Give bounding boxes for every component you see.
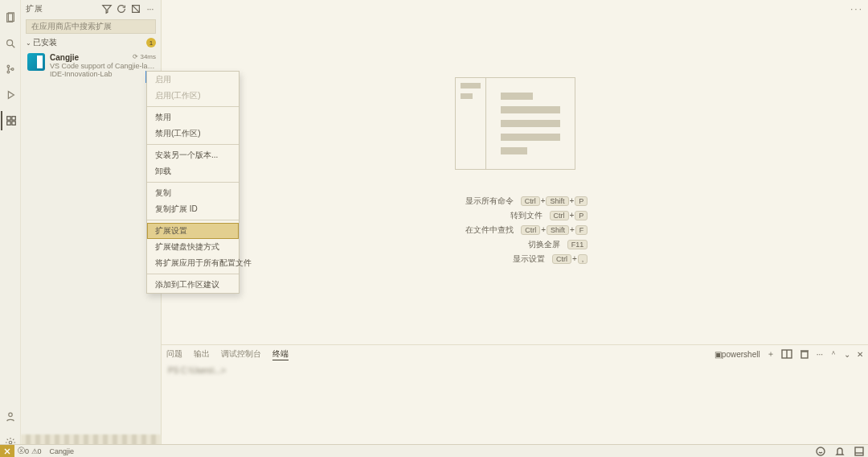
panel-more-icon[interactable]: ··· — [817, 350, 823, 359]
clear-icon[interactable] — [130, 3, 141, 14]
ctx-add-workspace-rec[interactable]: 添加到工作区建议 — [147, 277, 239, 293]
svg-line-15 — [133, 6, 140, 13]
shortcut-key: Ctrl — [550, 211, 569, 220]
filter-icon[interactable] — [101, 3, 113, 14]
sidebar-title: 扩展 — [26, 3, 98, 14]
tab-terminal[interactable]: 终端 — [272, 348, 289, 360]
ctx-apply-all-profiles[interactable]: 将扩展应用于所有配置文件 — [147, 255, 239, 271]
shortcut-key: Ctrl — [521, 196, 540, 206]
shortcut-key: F11 — [567, 240, 588, 249]
svg-point-2 — [6, 40, 12, 46]
shortcut-label: 显示所有命令 — [441, 196, 514, 207]
svg-rect-9 — [11, 117, 14, 120]
extensions-sidebar: 扩展 ··· 在应用商店中搜索扩展 ⌄ 已安装 1 Cangjie VS Cod… — [21, 0, 162, 457]
ctx-uninstall[interactable]: 卸载 — [147, 163, 239, 179]
panel-tabs: 问题 输出 调试控制台 终端 ▣ powershell ＋ ··· ＾ ⌄ ✕ — [162, 345, 868, 363]
app-root: 扩展 ··· 在应用商店中搜索扩展 ⌄ 已安装 1 Cangjie VS Cod… — [0, 0, 868, 457]
sidebar-header: 扩展 ··· — [21, 0, 161, 18]
installed-section[interactable]: ⌄ 已安装 1 — [21, 35, 161, 50]
shortcut-label: 切换全屏 — [488, 239, 560, 250]
svg-marker-7 — [8, 92, 14, 99]
shortcut-label: 显示设置 — [473, 253, 545, 265]
svg-rect-10 — [6, 121, 10, 125]
svg-point-12 — [8, 413, 11, 416]
status-layout-icon[interactable] — [854, 446, 865, 457]
remote-indicator[interactable] — [0, 445, 14, 458]
source-control-icon[interactable] — [1, 60, 20, 79]
svg-rect-11 — [11, 121, 14, 125]
terminal-shell-label[interactable]: ▣ powershell — [714, 350, 760, 359]
shortcut-label: 在文件中查找 — [441, 224, 514, 236]
panel-close-icon[interactable]: ✕ — [857, 350, 863, 359]
ctx-disable-workspace[interactable]: 禁用(工作区) — [147, 126, 239, 142]
status-language[interactable]: Cangjie — [50, 447, 75, 455]
shortcut-row: 切换全屏F11 — [441, 239, 589, 250]
svg-rect-1 — [8, 13, 14, 22]
shortcut-key: , — [578, 254, 588, 264]
extensions-icon[interactable] — [1, 111, 20, 130]
new-terminal-icon[interactable]: ＋ — [767, 348, 775, 360]
welcome-view: 显示所有命令Ctrl + Shift + P转到文件Ctrl + P在文件中查找… — [162, 0, 868, 344]
shortcut-key: Shift — [546, 196, 568, 206]
svg-rect-22 — [855, 447, 863, 455]
tab-debug-console[interactable]: 调试控制台 — [221, 348, 261, 360]
shortcut-key: Ctrl — [552, 254, 571, 264]
extension-publisher: IDE-Innovation-Lab — [50, 70, 156, 78]
extension-description: VS Code support of Cangjie-language — [50, 62, 156, 70]
ctx-enable: 启用 — [147, 72, 239, 88]
explorer-icon[interactable] — [1, 8, 20, 27]
tab-problems[interactable]: 问题 — [166, 348, 182, 360]
shortcut-row: 显示设置Ctrl + , — [441, 253, 589, 265]
terminal-body[interactable]: PS C:\Users\...> — [162, 363, 868, 378]
accounts-icon[interactable] — [1, 407, 20, 426]
bottom-panel: 问题 输出 调试控制台 终端 ▣ powershell ＋ ··· ＾ ⌄ ✕ … — [162, 344, 868, 457]
welcome-shortcuts: 显示所有命令Ctrl + Shift + P转到文件Ctrl + P在文件中查找… — [441, 192, 589, 268]
ctx-enable-workspace: 启用(工作区) — [147, 88, 239, 104]
svg-rect-19 — [801, 352, 808, 358]
svg-point-21 — [817, 447, 825, 455]
shortcut-row: 在文件中查找Ctrl + Shift + F — [441, 224, 589, 236]
shortcut-key: F — [575, 225, 588, 235]
more-icon[interactable]: ··· — [145, 3, 156, 14]
installed-label: 已安装 — [33, 37, 57, 48]
split-terminal-icon[interactable] — [781, 348, 792, 360]
editor-overflow-icon[interactable]: ··· — [850, 3, 863, 14]
search-icon[interactable] — [1, 34, 20, 53]
run-debug-icon[interactable] — [1, 85, 20, 105]
status-notifications-icon[interactable] — [834, 446, 845, 457]
extension-item-cangjie[interactable]: Cangjie VS Code support of Cangjie-langu… — [21, 50, 161, 81]
ctx-copy[interactable]: 复制 — [147, 185, 239, 201]
svg-line-3 — [11, 45, 14, 48]
shortcut-key: Shift — [547, 225, 569, 235]
ctx-extension-settings[interactable]: 扩展设置 — [147, 223, 239, 239]
kill-terminal-icon[interactable] — [799, 348, 810, 360]
extension-activation-time: 34ms — [133, 53, 156, 60]
shortcut-row: 显示所有命令Ctrl + Shift + P — [441, 196, 589, 207]
svg-point-5 — [7, 71, 10, 73]
ctx-extension-keybindings[interactable]: 扩展键盘快捷方式 — [147, 239, 239, 255]
panel-chevron-icon[interactable]: ⌄ — [844, 350, 850, 359]
editor-area: ··· 显示所有命令Ctrl + Shift + P转到文件Ctrl + P在文… — [162, 0, 868, 457]
tab-output[interactable]: 输出 — [194, 348, 210, 360]
shortcut-key: P — [575, 196, 588, 206]
ctx-copy-extension-id[interactable]: 复制扩展 ID — [147, 201, 239, 217]
chevron-down-icon: ⌄ — [26, 39, 31, 47]
svg-rect-8 — [6, 117, 10, 120]
extensions-search-input[interactable]: 在应用商店中搜索扩展 — [26, 19, 156, 34]
activity-bar — [0, 0, 21, 457]
welcome-glyph — [455, 77, 575, 170]
svg-rect-0 — [6, 14, 12, 23]
shortcut-label: 转到文件 — [470, 210, 542, 221]
extension-icon — [27, 53, 45, 71]
extension-context-menu: 启用 启用(工作区) 禁用 禁用(工作区) 安装另一个版本... 卸载 复制 复… — [146, 71, 240, 294]
ctx-install-other-version[interactable]: 安装另一个版本... — [147, 147, 239, 163]
refresh-icon[interactable] — [116, 3, 127, 14]
status-bar: ⓧ 0 ⚠ 0 Cangjie — [0, 444, 868, 457]
shortcut-key: P — [575, 211, 588, 220]
status-problems[interactable]: ⓧ 0 ⚠ 0 — [18, 446, 42, 456]
installed-count-badge: 1 — [146, 38, 156, 47]
ctx-disable[interactable]: 禁用 — [147, 109, 239, 126]
shortcut-key: Ctrl — [521, 225, 540, 235]
panel-maximize-icon[interactable]: ＾ — [829, 348, 837, 360]
status-feedback-icon[interactable] — [815, 446, 826, 457]
